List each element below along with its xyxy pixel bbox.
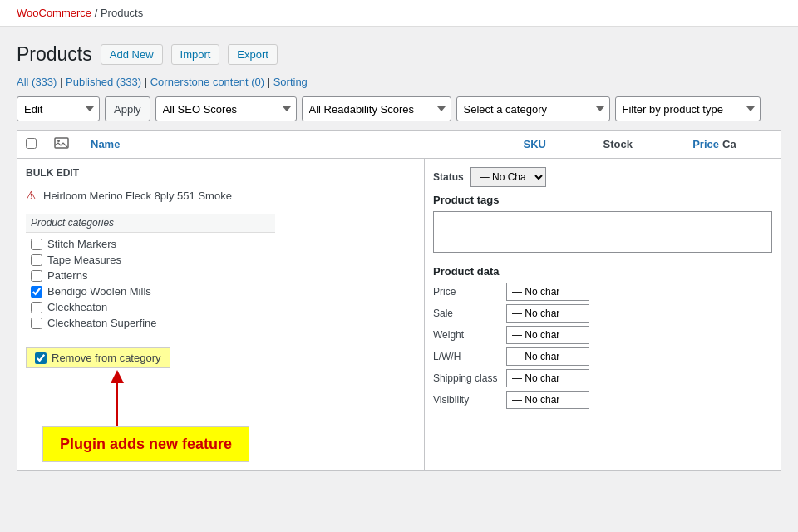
bulk-edit-area: BULK EDIT ⚠ Heirloom Merino Fleck 8ply 5… [17,159,781,470]
sale-label: Sale [433,308,500,319]
bulk-edit-right: Status — No Cha Product tags Product dat… [425,159,781,470]
filter-bar: Edit Move to Trash Apply All SEO Scores … [17,96,781,121]
category-item-cleckheaton-superfine: Cleckheaton Superfine [31,315,270,331]
product-name: Heirloom Merino Fleck 8ply 551 Smoke [43,190,232,202]
visibility-label: Visibility [433,394,500,406]
select-all-checkbox[interactable] [26,138,37,149]
category-checkbox-cleckheaton[interactable] [31,302,42,313]
export-button[interactable]: Export [228,44,278,65]
weight-input[interactable] [506,326,589,344]
status-label: Status [433,171,464,183]
page-title: Products [17,43,92,66]
filter-all-link[interactable]: All (333) [17,76,57,88]
shipping-label: Shipping class [433,372,500,384]
categories-list[interactable]: Stitch Markers Tape Measures Patterns [26,233,275,334]
annotation-arrow [92,368,142,435]
product-data-section: Product data Price Sale Weight [433,265,772,409]
status-row: Status — No Cha [433,167,772,187]
header-image-col [54,137,87,151]
category-item-stitch-markers: Stitch Markers [31,236,270,252]
category-checkbox-patterns[interactable] [31,270,42,282]
apply-button[interactable]: Apply [105,96,150,121]
remove-from-category-box: Remove from category [26,347,170,368]
category-label-stitch-markers: Stitch Markers [47,238,116,250]
product-tags-input[interactable] [433,211,772,253]
visibility-input[interactable] [506,391,589,409]
header-price-col: Price [636,138,719,150]
product-tags-section: Product tags [433,194,772,255]
svg-point-1 [57,140,60,142]
price-field: Price [433,283,772,301]
bulk-edit-left: BULK EDIT ⚠ Heirloom Merino Fleck 8ply 5… [17,159,425,470]
products-table: Name SKU Stock Price Ca BULK EDIT ⚠ Heir… [17,130,781,471]
image-icon [54,137,69,149]
category-checkbox-bendigo[interactable] [31,286,42,298]
weight-label: Weight [433,329,500,341]
category-select[interactable]: Select a category [456,96,610,121]
category-item-bendigo: Bendigo Woolen Mills [31,283,270,299]
header-stock-col: Stock [549,138,633,150]
lwh-field: L/W/H [433,347,772,366]
remove-from-category-container: Remove from category [26,341,416,368]
price-input[interactable] [506,283,589,301]
arrow-annotation-area [26,368,416,435]
header-checkbox-col [26,138,51,151]
product-data-title: Product data [433,265,772,278]
product-row: ⚠ Heirloom Merino Fleck 8ply 551 Smoke [26,185,416,205]
product-type-select[interactable]: Filter by product type [615,96,761,121]
categories-wrapper: Stitch Markers Tape Measures Patterns [26,233,275,334]
remove-from-category-label: Remove from category [52,352,161,364]
shipping-input[interactable] [506,369,589,387]
category-label-bendigo: Bendigo Woolen Mills [47,285,151,298]
filter-links: All (333) | Published (333) | Cornerston… [17,76,781,88]
right-panel: Status — No Cha Product tags Product dat… [433,167,772,409]
header-sku-col: SKU [421,138,546,150]
category-checkbox-stitch-markers[interactable] [31,239,42,250]
add-new-button[interactable]: Add New [101,44,163,65]
import-button[interactable]: Import [171,44,220,65]
remove-from-category-checkbox[interactable] [35,352,47,364]
breadcrumb-woocommerce-link[interactable]: WooCommerce [17,7,91,19]
category-checkbox-cleckheaton-superfine[interactable] [31,318,42,329]
bulk-action-select[interactable]: Edit Move to Trash [17,96,100,121]
breadcrumb-separator: / [95,7,101,19]
breadcrumb-current: Products [101,7,143,19]
bulk-edit-label: BULK EDIT [26,167,416,179]
header-cat-col: Ca [722,138,772,150]
shipping-field: Shipping class [433,369,772,387]
main-content: Products Add New Import Export All (333)… [0,27,798,525]
price-label: Price [433,286,500,298]
seo-scores-select[interactable]: All SEO Scores [155,96,297,121]
category-item-tape-measures: Tape Measures [31,252,270,268]
category-label-cleckheaton-superfine: Cleckheaton Superfine [47,317,157,329]
sale-input[interactable] [506,304,589,323]
filter-cornerstone-link[interactable]: Cornerstone content (0) [150,76,264,88]
breadcrumb: WooCommerce / Products [0,0,798,27]
product-tags-title: Product tags [433,194,772,206]
category-checkbox-tape-measures[interactable] [31,254,42,266]
category-item-patterns: Patterns [31,268,270,283]
filter-published-link[interactable]: Published (333) [66,76,141,88]
status-select[interactable]: — No Cha [470,167,546,187]
sale-field: Sale [433,304,772,323]
category-label-patterns: Patterns [47,269,87,282]
remove-product-icon[interactable]: ⚠ [26,189,37,202]
category-item-cleckheaton: Cleckheaton [31,299,270,315]
lwh-input[interactable] [506,347,589,366]
table-header-row: Name SKU Stock Price Ca [17,131,781,159]
product-categories-title: Product categories [26,214,275,233]
header-name-col: Name [91,138,418,150]
readability-scores-select[interactable]: All Readability Scores [302,96,451,121]
weight-field: Weight [433,326,772,344]
lwh-label: L/W/H [433,351,500,362]
page-title-row: Products Add New Import Export [17,43,781,66]
visibility-field: Visibility [433,391,772,409]
filter-sorting-link[interactable]: Sorting [273,76,308,88]
category-label-tape-measures: Tape Measures [47,254,121,266]
category-label-cleckheaton: Cleckheaton [47,301,107,313]
